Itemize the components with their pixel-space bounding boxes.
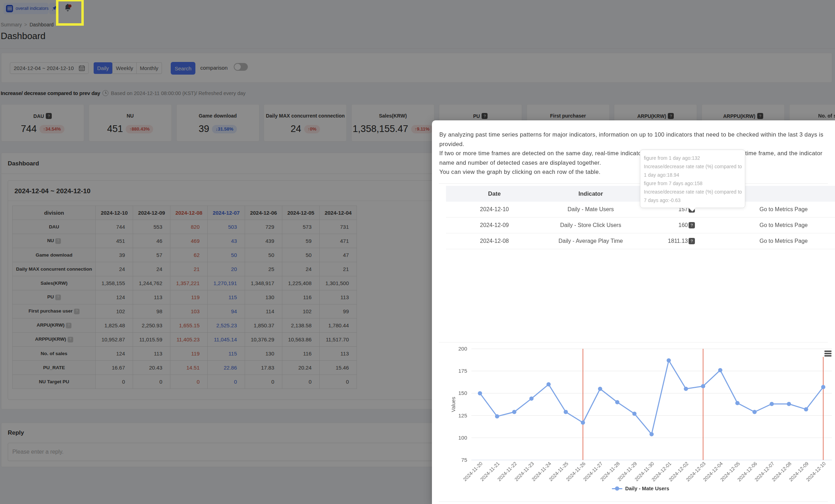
svg-text:125: 125: [458, 412, 467, 418]
svg-text:100: 100: [458, 435, 467, 441]
svg-text:75: 75: [461, 457, 467, 463]
svg-text:200: 200: [458, 346, 467, 352]
svg-text:175: 175: [458, 368, 467, 374]
svg-text:Values: Values: [451, 397, 456, 412]
svg-text:150: 150: [458, 390, 467, 396]
